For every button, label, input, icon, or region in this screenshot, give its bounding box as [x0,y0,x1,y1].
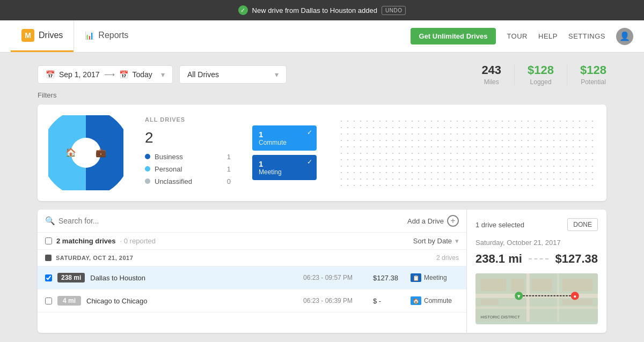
get-unlimited-button[interactable]: Get Unlimited Drives [411,28,496,44]
drive-2-category: 🏠 Commute [411,296,459,305]
drive-2-checkbox[interactable] [45,298,52,304]
main-content: 📅 Sep 1, 2017 ⟶ 📅 Today ▾ All Drives ▾ 2… [27,53,617,342]
date-chevron-icon: ▾ [161,70,165,79]
drive-2-route: Chicago to Chicago [86,297,298,305]
avatar[interactable]: 👤 [616,28,633,45]
drive-2-category-label: Commute [424,297,452,304]
commute-category-icon: 🏠 [411,296,421,305]
sort-label: Sort by Date [413,237,452,245]
tab-drives[interactable]: M Drives [11,20,74,52]
drive-1-category: 📋 Meeting [411,273,459,282]
drives-dropdown-chevron-icon: ▾ [275,70,279,79]
svg-text:HISTORIC DISTRICT: HISTORIC DISTRICT [481,315,521,319]
meeting-card[interactable]: 1 ✓ Meeting [252,155,317,180]
drive-1-checkbox[interactable] [45,274,52,281]
logged-label: Logged [528,78,554,86]
legend-personal: Personal 1 [145,165,231,173]
drives-filter-label: All Drives [187,70,219,79]
pie-svg: 🏠 💼 [48,115,123,190]
miles-value: 243 [481,63,501,77]
search-icon: 🔍 [45,216,55,226]
search-bar: 🔍 Add a Drive + [38,210,466,233]
drives-filter-dropdown[interactable]: All Drives ▾ [179,65,287,84]
date-end: Today [133,70,152,79]
drive-2-amount: $ - [373,297,405,305]
map-svg: ▼ ● HISTORIC DISTRICT [475,273,598,322]
drive-1-miles: 238 mi [57,273,85,282]
drive-detail-panel: 1 drive selected DONE Saturday, October … [467,210,606,333]
stat-potential: $128 Potential [580,63,606,86]
undo-button[interactable]: UNDO [382,6,406,15]
drive-1-amount: $127.38 [373,274,405,282]
detail-header: 1 drive selected DONE [475,218,598,231]
date-range-picker[interactable]: 📅 Sep 1, 2017 ⟶ 📅 Today ▾ [38,65,173,84]
stat-divider-2 [567,64,567,85]
detail-date: Saturday, October 21, 2017 [475,239,598,247]
chart-legend: ALL DRIVES 2 Business 1 Personal 1 Uncla… [145,116,231,190]
table-row[interactable]: 4 mi Chicago to Chicago 06:23 - 06:39 PM… [38,289,466,313]
table-row[interactable]: 238 mi Dallas to Houston 06:23 - 09:57 P… [38,266,466,289]
stat-logged: $128 Logged [528,63,554,86]
svg-rect-9 [475,307,598,309]
pie-chart: 🏠 💼 [48,115,123,190]
unclassified-label: Unclassified [155,177,192,185]
reported-label: · 0 reported [120,237,156,245]
meeting-label: Meeting [259,168,310,176]
matching-drives-label: 2 matching drives [56,237,116,245]
potential-label: Potential [580,78,606,86]
chart-dots-pattern [338,118,596,188]
sort-dropdown[interactable]: Sort by Date ▾ [413,237,459,245]
tour-link[interactable]: TOUR [507,32,528,40]
success-icon: ✓ [238,5,248,15]
date-group-square-icon [45,255,52,261]
svg-text:🏠: 🏠 [65,147,76,158]
legend-total: 2 [145,129,231,146]
nav-right: Get Unlimited Drives TOUR HELP SETTINGS … [411,28,633,45]
svg-rect-12 [532,279,552,292]
tab-reports[interactable]: 📊 Reports [74,20,139,52]
notification-bar: ✓ New drive from Dallas to Houston added… [0,0,644,20]
drive-1-category-label: Meeting [424,274,447,281]
date-group-label: SATURDAY, OCT 21, 2017 [56,255,133,261]
business-count: 1 [227,153,231,161]
svg-rect-13 [481,299,499,305]
help-link[interactable]: HELP [538,32,558,40]
reports-chart-icon: 📊 [85,31,94,40]
unclassified-dot [145,179,150,184]
svg-rect-10 [481,279,507,292]
svg-text:●: ● [573,293,576,299]
search-input[interactable] [58,217,403,225]
business-label: Business [155,153,183,161]
svg-text:💼: 💼 [96,147,106,158]
commute-check-icon: ✓ [307,129,312,136]
svg-rect-8 [557,273,559,322]
drive-2-time: 06:23 - 06:39 PM [303,297,368,304]
done-button[interactable]: DONE [567,218,598,231]
tab-reports-label: Reports [98,31,128,40]
stat-miles: 243 Miles [481,63,501,86]
add-drive-label: Add a Drive [407,217,444,225]
calendar-icon-2: 📅 [119,70,128,79]
filter-row: 📅 Sep 1, 2017 ⟶ 📅 Today ▾ All Drives ▾ 2… [38,63,606,86]
commute-label: Commute [259,139,310,146]
list-controls: 2 matching drives · 0 reported Sort by D… [38,233,466,250]
meeting-category-icon: 📋 [411,273,421,282]
search-input-wrap: 🔍 [45,216,403,226]
business-dot [145,154,150,159]
detail-amount: $127.38 [555,252,598,266]
select-all-checkbox[interactable] [45,237,52,244]
date-arrow: ⟶ [104,70,115,79]
add-drive-button[interactable]: Add a Drive + [407,215,459,227]
unclassified-count: 0 [227,177,231,185]
date-group-count: 2 drives [436,254,459,262]
svg-rect-7 [526,273,530,322]
drive-1-time: 06:23 - 09:57 PM [303,274,368,281]
filters-label: Filters [38,91,606,99]
commute-card[interactable]: 1 ✓ Commute [252,125,317,151]
stats-row: 243 Miles $128 Logged $128 Potential [481,63,606,86]
chart-area: 🏠 💼 ALL DRIVES 2 Business 1 Personal 1 U… [38,105,606,201]
drive-1-route: Dallas to Houston [90,274,298,282]
potential-value: $128 [580,63,606,77]
settings-link[interactable]: SETTINGS [568,32,605,40]
svg-rect-14 [562,279,593,292]
